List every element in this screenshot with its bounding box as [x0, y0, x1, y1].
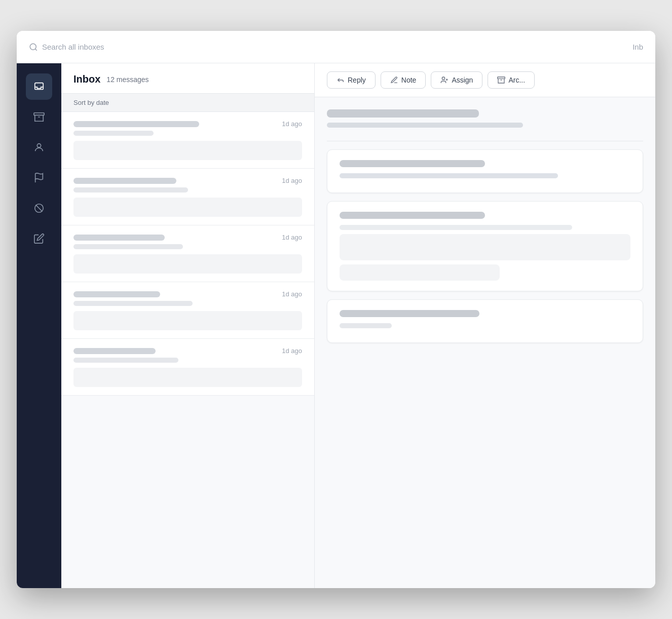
- header-title-placeholder: [327, 109, 479, 118]
- message-time: 1d ago: [282, 177, 302, 184]
- sort-bar[interactable]: Sort by date: [61, 94, 314, 112]
- subject-placeholder: [73, 244, 183, 249]
- archive-label: Arc...: [508, 76, 525, 84]
- svg-line-1: [35, 49, 36, 50]
- note-icon: [390, 76, 398, 84]
- edit-icon: [33, 233, 45, 244]
- main-layout: Inbox 12 messages Sort by date 1d ago: [17, 63, 655, 588]
- assign-icon: [440, 76, 449, 84]
- svg-rect-12: [498, 77, 505, 79]
- card-title-placeholder: [340, 160, 485, 167]
- svg-point-0: [30, 44, 36, 50]
- sidebar-item-compose[interactable]: [26, 225, 52, 252]
- sender-placeholder: [73, 178, 176, 184]
- card-block-placeholder: [340, 234, 630, 260]
- detail-header: [327, 109, 643, 141]
- sidebar-item-inbox[interactable]: [26, 73, 52, 100]
- sidebar-item-contacts[interactable]: [26, 134, 52, 161]
- card-line-placeholder: [340, 225, 572, 230]
- preview-placeholder: [73, 141, 302, 160]
- card-line-placeholder: [340, 173, 558, 178]
- card-line-placeholder: [340, 323, 392, 328]
- detail-content: [315, 97, 655, 588]
- sidebar-item-archive[interactable]: [26, 104, 52, 130]
- message-card: [327, 299, 643, 343]
- card-title-placeholder: [340, 212, 485, 219]
- detail-panel: Reply Note Assign: [315, 63, 655, 588]
- reply-icon: [337, 76, 345, 84]
- message-item[interactable]: 1d ago: [61, 169, 314, 225]
- message-time: 1d ago: [282, 234, 302, 241]
- message-time: 1d ago: [282, 290, 302, 298]
- message-list: 1d ago 1d ago: [61, 112, 314, 588]
- sort-label: Sort by date: [73, 99, 109, 106]
- sender-placeholder: [73, 121, 199, 127]
- preview-placeholder: [73, 254, 302, 274]
- inbox-partial-label: Inb: [632, 43, 643, 51]
- preview-placeholder: [73, 368, 302, 387]
- search-placeholder: Search all inboxes: [42, 43, 104, 51]
- note-label: Note: [401, 76, 417, 84]
- svg-rect-3: [34, 113, 44, 115]
- message-item[interactable]: 1d ago: [61, 112, 314, 169]
- message-time: 1d ago: [282, 120, 302, 128]
- reply-label: Reply: [348, 76, 366, 84]
- note-button[interactable]: Note: [381, 71, 426, 89]
- sender-placeholder: [73, 348, 156, 354]
- preview-placeholder: [73, 198, 302, 217]
- assign-label: Assign: [452, 76, 473, 84]
- message-time: 1d ago: [282, 347, 302, 355]
- panel-title: Inbox: [73, 73, 100, 85]
- contacts-icon: [33, 142, 45, 153]
- message-item[interactable]: 1d ago: [61, 282, 314, 339]
- search-icon: [29, 43, 38, 52]
- reply-button[interactable]: Reply: [327, 71, 376, 89]
- panel-header: Inbox 12 messages: [61, 63, 314, 94]
- sender-placeholder: [73, 291, 160, 297]
- svg-point-9: [442, 77, 445, 80]
- svg-point-5: [37, 144, 41, 147]
- subject-placeholder: [73, 187, 188, 192]
- sidebar: [17, 63, 61, 588]
- message-card: [327, 149, 643, 193]
- inbox-icon: [33, 81, 45, 92]
- subject-placeholder: [73, 131, 154, 136]
- sidebar-item-reports[interactable]: [26, 165, 52, 191]
- message-item[interactable]: 1d ago: [61, 225, 314, 282]
- assign-button[interactable]: Assign: [431, 71, 482, 89]
- archive-btn-icon: [497, 76, 505, 84]
- card-sm-placeholder: [340, 264, 500, 281]
- sidebar-item-ban[interactable]: [26, 195, 52, 221]
- archive-icon: [33, 111, 45, 123]
- card-title-placeholder: [340, 310, 479, 317]
- subject-placeholder: [73, 358, 178, 363]
- message-list-panel: Inbox 12 messages Sort by date 1d ago: [61, 63, 315, 588]
- sender-placeholder: [73, 235, 165, 241]
- top-bar: Search all inboxes Inb: [17, 31, 655, 63]
- detail-toolbar: Reply Note Assign: [315, 63, 655, 97]
- message-card: [327, 201, 643, 291]
- preview-placeholder: [73, 311, 302, 330]
- archive-button[interactable]: Arc...: [488, 71, 535, 89]
- app-window: Search all inboxes Inb: [17, 31, 655, 588]
- header-sub-placeholder: [327, 123, 523, 128]
- message-item[interactable]: 1d ago: [61, 339, 314, 396]
- svg-line-8: [36, 205, 43, 212]
- flag-icon: [33, 172, 45, 183]
- subject-placeholder: [73, 301, 193, 306]
- message-count: 12 messages: [106, 75, 148, 84]
- ban-icon: [33, 203, 45, 214]
- search-bar[interactable]: Search all inboxes: [29, 43, 104, 52]
